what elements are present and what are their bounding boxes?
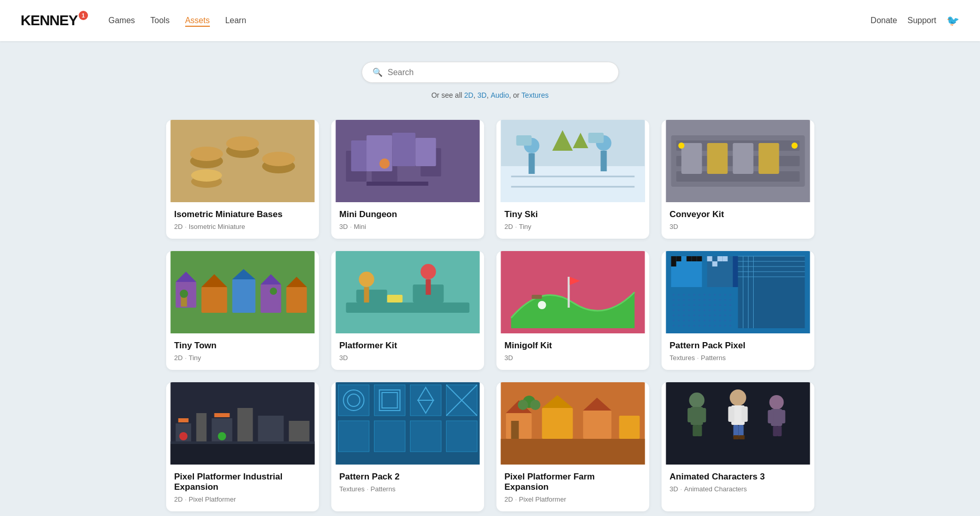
svg-rect-130: [446, 421, 477, 452]
asset-card-tiny-ski[interactable]: Tiny Ski2D·Tiny: [496, 120, 649, 239]
svg-rect-158: [739, 435, 744, 439]
svg-rect-102: [170, 444, 314, 465]
svg-rect-132: [501, 439, 645, 465]
svg-point-60: [270, 288, 277, 295]
filter-3d[interactable]: 3D: [477, 91, 487, 99]
nav-right-donate[interactable]: Donate: [870, 16, 897, 25]
assets-grid: Isometric Miniature Bases2D·Isometric Mi…: [166, 120, 814, 511]
nav-link-assets[interactable]: Assets: [185, 16, 210, 27]
svg-rect-66: [364, 287, 369, 303]
asset-tag: 3D: [670, 223, 679, 230]
asset-card-pattern-pack-pixel[interactable]: Pattern Pack PixelTextures·Patterns: [662, 251, 814, 370]
svg-rect-138: [583, 411, 611, 439]
asset-title-mini-dungeon: Mini Dungeon: [340, 209, 476, 220]
svg-rect-43: [733, 143, 753, 174]
search-input[interactable]: [388, 68, 608, 77]
asset-tag: 3D: [670, 485, 679, 493]
asset-card-isometric-miniature-bases[interactable]: Isometric Miniature Bases2D·Isometric Mi…: [166, 120, 319, 239]
asset-card-animated-characters-3[interactable]: Animated Characters 33D·Animated Charact…: [662, 382, 814, 511]
asset-tag: Tiny: [189, 354, 201, 362]
asset-title-tiny-town: Tiny Town: [174, 341, 311, 351]
asset-card-tiny-town[interactable]: Tiny Town2D·Tiny: [166, 251, 319, 370]
asset-card-conveyor-kit[interactable]: Conveyor Kit3D: [662, 120, 814, 239]
asset-tag: 2D: [174, 354, 183, 362]
asset-card-image-minigolf-kit: [496, 251, 649, 333]
asset-tags-pattern-pack-2: Textures·Patterns: [340, 485, 476, 493]
svg-point-45: [678, 143, 684, 149]
asset-tag: 2D: [505, 495, 513, 503]
svg-point-159: [769, 395, 783, 410]
svg-rect-86: [717, 256, 722, 261]
svg-point-22: [379, 158, 389, 169]
svg-rect-87: [712, 261, 717, 266]
svg-rect-41: [681, 143, 702, 174]
svg-rect-91: [671, 292, 733, 328]
logo[interactable]: KENNEY 1: [21, 12, 88, 29]
asset-card-pattern-pack-2[interactable]: Pattern Pack 2Textures·Patterns: [331, 382, 484, 511]
svg-rect-56: [286, 287, 307, 313]
search-container: 🔍: [166, 62, 814, 83]
svg-rect-88: [722, 256, 727, 261]
navbar: KENNEY 1 GamesToolsAssetsLearn DonateSup…: [0, 0, 980, 41]
svg-rect-74: [531, 295, 542, 299]
svg-point-3: [190, 147, 223, 161]
asset-tags-pixel-platformer-farm: 2D·Pixel Platformer: [505, 495, 641, 503]
svg-rect-162: [779, 410, 785, 423]
svg-rect-136: [542, 408, 573, 439]
svg-rect-81: [686, 256, 691, 261]
svg-point-65: [359, 272, 374, 287]
svg-point-151: [729, 389, 746, 406]
svg-rect-19: [392, 133, 415, 166]
svg-rect-150: [697, 425, 702, 436]
asset-card-pixel-platformer-farm[interactable]: Pixel Platformer Farm Expansion2D·Pixel …: [496, 382, 649, 511]
asset-tag: Textures: [340, 485, 365, 493]
asset-card-mini-dungeon[interactable]: Mini Dungeon3D·Mini: [331, 120, 484, 239]
asset-card-image-isometric-miniature-bases: [166, 120, 319, 202]
asset-card-image-mini-dungeon: [331, 120, 484, 202]
filter-textures[interactable]: Textures: [522, 91, 549, 99]
asset-tags-platformer-kit: 3D: [340, 354, 476, 362]
asset-title-pixel-platformer-industrial: Pixel Platformer Industrial Expansion: [174, 472, 311, 492]
nav-link-learn[interactable]: Learn: [225, 16, 246, 25]
svg-rect-77: [671, 256, 676, 261]
asset-tags-conveyor-kit: 3D: [670, 223, 806, 230]
asset-card-image-animated-characters-3: [662, 382, 814, 465]
svg-rect-31: [600, 151, 607, 171]
asset-title-pixel-platformer-farm: Pixel Platformer Farm Expansion: [505, 472, 641, 492]
asset-tags-pattern-pack-pixel: Textures·Patterns: [670, 354, 806, 362]
svg-rect-69: [387, 295, 402, 303]
svg-point-12: [191, 169, 222, 182]
svg-rect-127: [338, 421, 369, 452]
asset-tag: Textures: [670, 354, 695, 362]
nav-right-support[interactable]: Support: [907, 16, 936, 25]
svg-rect-50: [201, 287, 227, 313]
asset-tag: 2D: [505, 223, 513, 230]
asset-card-minigolf-kit[interactable]: Minigolf Kit3D: [496, 251, 649, 370]
svg-rect-163: [773, 426, 777, 436]
svg-rect-108: [289, 421, 309, 444]
svg-rect-23: [366, 182, 428, 186]
asset-tag: 2D: [174, 223, 183, 230]
nav-right: DonateSupport🐦: [870, 14, 959, 27]
asset-card-pixel-platformer-industrial[interactable]: Pixel Platformer Industrial Expansion2D·…: [166, 382, 319, 511]
asset-card-image-pixel-platformer-industrial: [166, 382, 319, 465]
svg-point-112: [218, 432, 226, 440]
logo-badge: 1: [79, 11, 88, 20]
main-content: 🔍 Or see all 2D, 3D, Audio, or Textures …: [156, 41, 825, 516]
svg-rect-83: [697, 256, 702, 261]
svg-rect-147: [687, 408, 693, 422]
nav-link-games[interactable]: Games: [109, 16, 135, 25]
nav-link-tools[interactable]: Tools: [150, 16, 169, 25]
twitter-icon[interactable]: 🐦: [947, 14, 959, 27]
asset-card-platformer-kit[interactable]: Platformer Kit3D: [331, 251, 484, 370]
asset-tag: Pixel Platformer: [519, 495, 566, 503]
asset-tag: Animated Characters: [684, 485, 747, 493]
asset-tag: 2D: [174, 495, 183, 503]
svg-rect-104: [196, 413, 206, 444]
svg-rect-42: [707, 143, 727, 174]
filter-audio[interactable]: Audio: [491, 91, 509, 99]
svg-point-67: [420, 264, 436, 279]
filter-2d[interactable]: 2D: [464, 91, 473, 99]
svg-rect-52: [232, 279, 255, 313]
asset-title-platformer-kit: Platformer Kit: [340, 341, 476, 351]
